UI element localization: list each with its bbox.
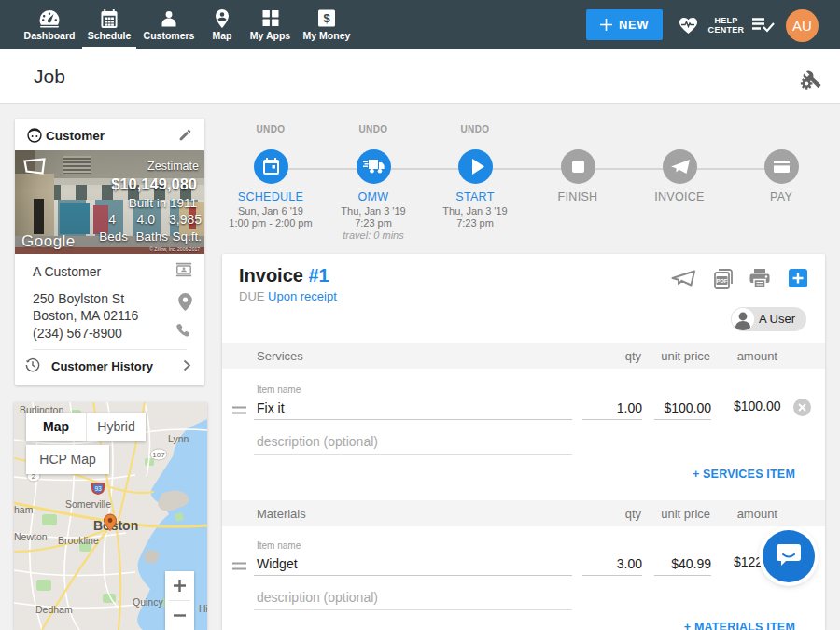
svg-text:Dedham: Dedham	[35, 604, 73, 615]
svg-text:Hi: Hi	[199, 603, 207, 614]
svg-text:Brookline: Brookline	[58, 535, 99, 546]
svg-text:$: $	[323, 11, 330, 25]
svg-text:ham: ham	[14, 504, 34, 515]
svg-text:107: 107	[152, 451, 165, 459]
svg-text:PDF: PDF	[717, 278, 728, 284]
svg-text:Quincy: Quincy	[133, 596, 163, 608]
svg-text:93: 93	[94, 485, 102, 492]
svg-text:Newton: Newton	[14, 531, 48, 542]
svg-text:Somerville: Somerville	[65, 498, 111, 510]
svg-text:Lynn: Lynn	[168, 433, 189, 444]
